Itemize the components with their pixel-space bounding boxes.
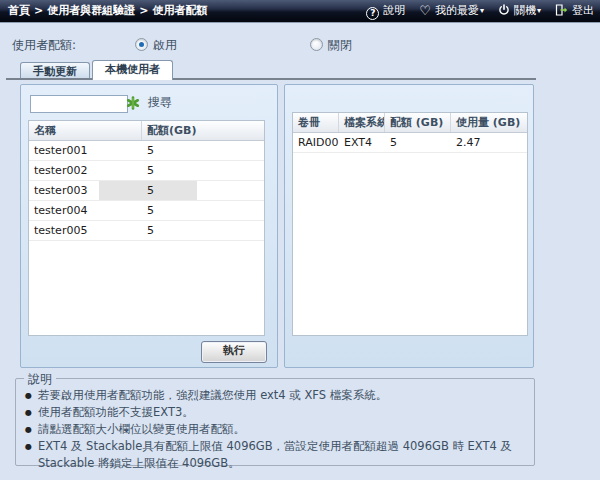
search-button-label: 搜尋 xyxy=(148,95,172,109)
help-icon: ? xyxy=(366,7,379,20)
table-row: tester0035 xyxy=(29,181,264,201)
cell-quota[interactable]: 5 xyxy=(142,141,264,160)
search-input[interactable] xyxy=(30,95,128,113)
menu-item-label: 說明 xyxy=(383,4,405,17)
radio-option-label: 啟用 xyxy=(153,38,177,52)
logout-icon xyxy=(555,4,568,16)
radio-option-enable[interactable]: 啟用 xyxy=(135,37,177,54)
cell-quota[interactable]: 5 xyxy=(142,201,264,220)
menu-item-label: 關機 xyxy=(514,4,536,17)
chevron-down-icon: ▾ xyxy=(537,6,541,15)
cell-quota[interactable]: 5 xyxy=(142,161,264,180)
radio-option-disable[interactable]: 關閉 xyxy=(310,37,352,54)
radio-icon xyxy=(310,38,323,51)
table-row: tester0055 xyxy=(29,221,264,241)
table-row: tester0025 xyxy=(29,161,264,181)
heart-icon: ♡ xyxy=(419,3,431,18)
tab-divider-line xyxy=(6,78,536,80)
cell-quota: 5 xyxy=(385,133,451,152)
menu-item-heart[interactable]: ♡我的最愛▾ xyxy=(419,0,484,22)
help-fieldset: 說明 若要啟用使用者配額功能，強烈建議您使用 ext4 或 XFS 檔案系統。使… xyxy=(15,378,535,466)
table-row: tester0045 xyxy=(29,201,264,221)
cell-volume: RAID001 xyxy=(293,133,339,152)
radio-icon xyxy=(135,38,148,51)
column-header[interactable]: 配額 (GB) xyxy=(385,113,451,132)
volume-table-header: 卷冊檔案系統配額 (GB)使用量 (GB) xyxy=(293,113,527,133)
radio-option-label: 關閉 xyxy=(328,38,352,52)
page: { "topbar": { "breadcrumb": ["首頁", "使用者與… xyxy=(0,0,600,480)
column-header[interactable]: 卷冊 xyxy=(293,113,339,132)
top-menu: ?說明♡我的最愛▾關機▾登出 xyxy=(352,0,594,22)
user-quota-label: 使用者配額: xyxy=(12,37,76,54)
cell-quota[interactable]: 5 xyxy=(142,181,264,200)
column-header[interactable]: 名稱 xyxy=(29,121,142,140)
cell-user-name[interactable]: tester002 xyxy=(29,161,142,180)
table-row: tester0015 xyxy=(29,141,264,161)
help-bullet: 使用者配額功能不支援EXT3。 xyxy=(38,404,520,421)
table-row[interactable]: RAID001EXT452.47 xyxy=(293,133,527,153)
breadcrumb-separator: > xyxy=(139,4,148,17)
column-header[interactable]: 配額(GB) xyxy=(142,121,264,140)
column-header[interactable]: 使用量 (GB) xyxy=(451,113,527,132)
column-header[interactable]: 檔案系統 xyxy=(339,113,385,132)
menu-item-label: 我的最愛 xyxy=(435,4,479,17)
breadcrumb-item[interactable]: 使用者與群組驗證 xyxy=(47,4,135,17)
chevron-down-icon: ▾ xyxy=(480,6,484,15)
volume-info-panel: 卷冊檔案系統配額 (GB)使用量 (GB) RAID001EXT452.47 xyxy=(284,84,534,368)
breadcrumb-item[interactable]: 使用者配額 xyxy=(152,4,207,17)
menu-item-logout[interactable]: 登出 xyxy=(555,0,594,22)
cell-user-name[interactable]: tester004 xyxy=(29,201,142,220)
apply-button[interactable]: 執行 xyxy=(201,341,267,363)
power-icon xyxy=(498,4,510,16)
help-title: 說明 xyxy=(24,371,56,388)
top-bar: 首頁>使用者與群組驗證>使用者配額 ?說明♡我的最愛▾關機▾登出 xyxy=(0,0,600,23)
users-quota-table-body: tester0015tester0025tester0035tester0045… xyxy=(29,141,264,241)
cell-filesystem: EXT4 xyxy=(339,133,385,152)
volume-table: 卷冊檔案系統配額 (GB)使用量 (GB) RAID001EXT452.47 xyxy=(292,112,528,336)
menu-item-label: 登出 xyxy=(572,4,594,17)
tab-1[interactable]: 本機使用者 xyxy=(92,60,173,80)
help-list: 若要啟用使用者配額功能，強烈建議您使用 ext4 或 XFS 檔案系統。使用者配… xyxy=(16,387,534,472)
breadcrumb-item[interactable]: 首頁 xyxy=(8,4,30,17)
cell-user-name[interactable]: tester003 xyxy=(29,181,142,200)
search-asterisk-icon xyxy=(126,96,140,110)
users-quota-table-header: 名稱配額(GB) xyxy=(29,121,264,141)
cell-used: 2.47 xyxy=(451,133,527,152)
local-users-panel: 搜尋 名稱配額(GB) tester0015tester0025tester00… xyxy=(20,84,278,368)
volume-table-body: RAID001EXT452.47 xyxy=(293,133,527,153)
help-bullet: 若要啟用使用者配額功能，強烈建議您使用 ext4 或 XFS 檔案系統。 xyxy=(38,387,520,404)
tab-strip: 手動更新本機使用者 xyxy=(20,60,175,78)
cell-user-name[interactable]: tester001 xyxy=(29,141,142,160)
cell-user-name[interactable]: tester005 xyxy=(29,221,142,240)
breadcrumb-separator: > xyxy=(34,4,43,17)
menu-item-power[interactable]: 關機▾ xyxy=(498,0,541,22)
cell-quota[interactable]: 5 xyxy=(142,221,264,240)
menu-item-help[interactable]: ?說明 xyxy=(366,0,405,22)
search-button[interactable]: 搜尋 xyxy=(126,94,172,111)
breadcrumb: 首頁>使用者與群組驗證>使用者配額 xyxy=(8,0,207,22)
help-bullet: EXT4 及 Stackable具有配額上限值 4096GB，當設定使用者配額超… xyxy=(38,438,520,472)
users-quota-table: 名稱配額(GB) tester0015tester0025tester0035t… xyxy=(28,120,265,336)
help-bullet: 請點選配額大小欄位以變更使用者配額。 xyxy=(38,421,520,438)
